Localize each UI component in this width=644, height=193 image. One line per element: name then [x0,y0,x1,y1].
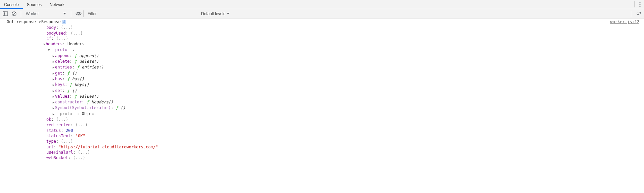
property-row[interactable]: useFinalUrl: (...) [7,150,644,155]
console-log-body[interactable]: Got response Responsei worker.js:12 body… [0,18,644,193]
devtools-tabbar: Console Sources Network [0,0,644,9]
log-entry: Got response Responsei worker.js:12 [7,19,644,25]
property-row[interactable]: append: ƒ append() [7,53,644,59]
property-row[interactable]: redirected: (...) [7,122,644,128]
svg-rect-4 [3,12,5,16]
expand-toggle[interactable] [52,111,55,117]
kebab-menu-icon[interactable] [636,2,644,7]
property-row[interactable]: has: ƒ has() [7,76,644,82]
property-row[interactable]: cf: (...) [7,36,644,41]
expand-toggle[interactable] [38,19,41,25]
expand-toggle[interactable] [52,94,55,99]
property-row[interactable]: set: ƒ () [7,88,644,94]
expand-toggle[interactable] [52,70,55,76]
expand-toggle[interactable] [52,76,55,82]
property-row[interactable]: get: ƒ () [7,70,644,76]
property-row[interactable]: entries: ƒ entries() [7,64,644,70]
info-badge-icon[interactable]: i [62,20,66,24]
log-levels-selector[interactable]: Default levels [201,11,230,16]
svg-line-6 [13,12,15,15]
live-expression-icon[interactable] [75,10,83,17]
expand-toggle[interactable] [52,82,55,88]
chevron-down-icon [227,13,230,15]
property-row[interactable]: __proto__: Object [7,111,644,117]
gear-icon[interactable] [634,10,642,17]
property-row[interactable]: keys: ƒ keys() [7,82,644,88]
property-row[interactable]: __proto__: [7,47,644,53]
expand-toggle[interactable] [52,99,55,105]
expand-toggle[interactable] [52,53,55,59]
expand-toggle[interactable] [52,88,55,94]
tab-console[interactable]: Console [0,1,23,8]
object-name[interactable]: Response [41,19,61,24]
console-log-area: Got response Responsei worker.js:12 body… [0,18,644,193]
chevron-down-icon [63,13,66,15]
clear-console-icon[interactable] [10,10,18,17]
property-row[interactable]: url: "https://tutorial.cloudflareworkers… [7,144,644,150]
property-row[interactable]: ok: (...) [7,117,644,122]
property-row[interactable]: status: 200 [7,128,644,133]
property-row[interactable]: constructor: ƒ Headers() [7,99,644,105]
expand-toggle[interactable] [43,41,46,47]
svg-point-7 [78,13,80,14]
console-toolbar: Worker Default levels [0,9,644,18]
levels-label: Default levels [201,11,225,16]
svg-rect-3 [3,12,8,16]
log-message: Got response Responsei [7,19,68,25]
svg-point-1 [640,4,641,5]
property-row[interactable]: values: ƒ values() [7,94,644,99]
tabbar-divider [634,1,635,7]
expand-toggle[interactable] [52,105,55,111]
context-selector[interactable]: Worker [24,10,68,17]
property-row[interactable]: bodyUsed: (...) [7,31,644,36]
context-label: Worker [26,11,39,16]
expand-toggle[interactable] [52,59,55,64]
expand-toggle[interactable] [47,47,50,53]
property-row[interactable]: body: (...) [7,25,644,30]
toggle-sidebar-icon[interactable] [1,10,9,17]
tab-sources[interactable]: Sources [23,1,46,8]
filter-input[interactable] [86,10,197,17]
toolbar-divider [71,11,71,17]
expand-toggle[interactable] [52,64,55,70]
property-row[interactable]: webSocket: (...) [7,155,644,160]
tab-network[interactable]: Network [46,1,68,8]
svg-point-0 [640,2,641,3]
property-row[interactable]: Symbol(Symbol.iterator): ƒ () [7,105,644,111]
svg-point-2 [640,6,641,7]
toolbar-divider [631,11,631,17]
property-row[interactable]: delete: ƒ delete() [7,59,644,64]
toolbar-divider [21,11,21,17]
property-row[interactable]: statusText: "OK" [7,133,644,139]
source-link[interactable]: worker.js:12 [610,19,639,25]
property-row[interactable]: headers: Headers [7,41,644,47]
property-row[interactable]: type: (...) [7,139,644,144]
